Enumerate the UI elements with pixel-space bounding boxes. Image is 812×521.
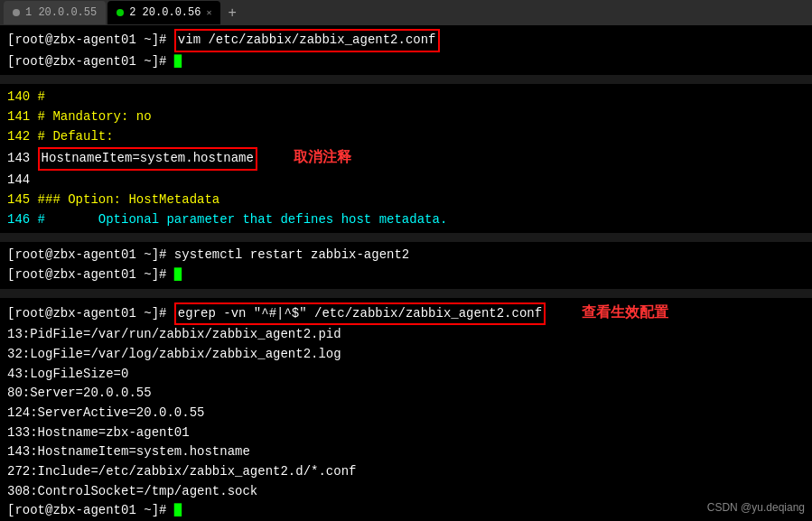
egrep-final-prompt-text: [root@zbx-agent01 ~]# — [7, 501, 174, 521]
config-line-146: 146 # Optional parameter that defines ho… — [7, 210, 805, 230]
tab-bar: 1 20.0.0.55 2 20.0.0.56 ✕ + — [0, 0, 812, 25]
egrep-output-6: 133:Hostname=zbx-agent01 — [7, 423, 805, 443]
annotation-effective-config: 查看生效配置 — [582, 302, 668, 324]
restart-prompt-1: [root@zbx-agent01 ~]# systemctl restart … — [7, 246, 409, 265]
config-section: 140 # 141 # Mandatory: no 142 # Default:… — [0, 84, 812, 233]
egrep-cursor: █ — [174, 501, 182, 521]
egrep-final-prompt: [root@zbx-agent01 ~]# █ — [7, 501, 805, 521]
egrep-output-6-text: 133:Hostname=zbx-agent01 — [7, 423, 190, 443]
egrep-output-9: 308:ControlSocket=/tmp/agent.sock — [7, 482, 805, 502]
restart-line-1: [root@zbx-agent01 ~]# systemctl restart … — [7, 246, 805, 265]
config-line-145: 145 ### Option: HostMetadata — [7, 191, 805, 210]
vim-command-line1: [root@zbx-agent01 ~]# vim /etc/zabbix/za… — [7, 29, 805, 52]
restart-prompt-2: [root@zbx-agent01 ~]# — [7, 265, 174, 285]
egrep-output-4: 80:Server=20.0.0.55 — [7, 384, 805, 404]
config-line-145-text: 145 ### Option: HostMetadata — [7, 191, 219, 210]
vim-command-line2: [root@zbx-agent01 ~]# █ — [7, 52, 805, 72]
divider-2 — [0, 233, 812, 242]
egrep-prompt: [root@zbx-agent01 ~]# — [7, 304, 174, 324]
restart-section: [root@zbx-agent01 ~]# systemctl restart … — [0, 242, 812, 288]
egrep-output-8: 272:Include=/etc/zabbix/zabbix_agent2.d/… — [7, 462, 805, 482]
vim-cursor: █ — [174, 52, 182, 72]
watermark: CSDN @yu.deqiang — [707, 501, 805, 514]
tab-1-dot — [13, 9, 20, 16]
egrep-output-5: 124:ServerActive=20.0.0.55 — [7, 404, 805, 423]
config-line-142-text: 142 # Default: — [7, 127, 114, 147]
tab-1[interactable]: 1 20.0.0.55 — [4, 1, 106, 24]
egrep-output-3-text: 43:LogFileSize=0 — [7, 365, 128, 385]
divider-3 — [0, 289, 812, 298]
annotation-uncomment: 取消注释 — [294, 146, 351, 169]
divider-1 — [0, 75, 812, 84]
egrep-section: [root@zbx-agent01 ~]# egrep -vn "^#|^$" … — [0, 298, 812, 521]
config-line-143-highlighted: HostnameItem=system.hostname — [38, 147, 257, 171]
egrep-output-7-text: 143:HostnameItem=system.hostname — [7, 442, 250, 462]
vim-prompt-1: [root@zbx-agent01 ~]# — [7, 31, 174, 51]
tab-1-label: 1 20.0.0.55 — [25, 6, 97, 19]
egrep-output-8-text: 272:Include=/etc/zabbix/zabbix_agent2.d/… — [7, 462, 356, 482]
config-line-144: 144 — [7, 171, 805, 191]
egrep-output-2-text: 32:LogFile=/var/log/zabbix/zabbix_agent2… — [7, 345, 341, 365]
tab-2-dot — [117, 9, 124, 16]
config-line-141: 141 # Mandatory: no — [7, 107, 805, 127]
tab-2[interactable]: 2 20.0.0.56 ✕ — [107, 1, 220, 24]
config-line-146-text: 146 # Optional parameter that defines ho… — [7, 210, 447, 230]
egrep-output-1: 13:PidFile=/var/run/zabbix/zabbix_agent2… — [7, 325, 805, 345]
egrep-output-9-text: 308:ControlSocket=/tmp/agent.sock — [7, 482, 257, 502]
config-line-141-text: 141 # Mandatory: no — [7, 107, 152, 127]
new-tab-button[interactable]: + — [222, 5, 241, 21]
config-line-144-text: 144 — [7, 171, 30, 191]
restart-line-2: [root@zbx-agent01 ~]# █ — [7, 265, 805, 285]
vim-command-section: [root@zbx-agent01 ~]# vim /etc/zabbix/za… — [0, 25, 812, 75]
config-line-143-num: 143 — [7, 149, 38, 169]
egrep-command-line: [root@zbx-agent01 ~]# egrep -vn "^#|^$" … — [7, 302, 805, 326]
vim-prompt-2: [root@zbx-agent01 ~]# — [7, 52, 174, 72]
egrep-output-5-text: 124:ServerActive=20.0.0.55 — [7, 404, 204, 423]
egrep-output-3: 43:LogFileSize=0 — [7, 365, 805, 385]
egrep-output-7: 143:HostnameItem=system.hostname — [7, 442, 805, 462]
egrep-output-1-text: 13:PidFile=/var/run/zabbix/zabbix_agent2… — [7, 325, 341, 345]
tab-2-label: 2 20.0.0.56 — [129, 6, 201, 19]
restart-cursor: █ — [174, 265, 182, 285]
tab-2-close-icon[interactable]: ✕ — [206, 7, 211, 18]
vim-command-highlighted: vim /etc/zabbix/zabbix_agent2.conf — [174, 29, 440, 52]
egrep-command-highlighted: egrep -vn "^#|^$" /etc/zabbix/zabbix_age… — [174, 302, 546, 326]
config-line-140-text: 140 # — [7, 88, 45, 107]
config-line-143: 143 HostnameItem=system.hostname 取消注释 — [7, 146, 805, 171]
egrep-output-4-text: 80:Server=20.0.0.55 — [7, 384, 152, 404]
config-line-142: 142 # Default: — [7, 127, 805, 147]
config-line-140: 140 # — [7, 88, 805, 107]
egrep-output-2: 32:LogFile=/var/log/zabbix/zabbix_agent2… — [7, 345, 805, 365]
